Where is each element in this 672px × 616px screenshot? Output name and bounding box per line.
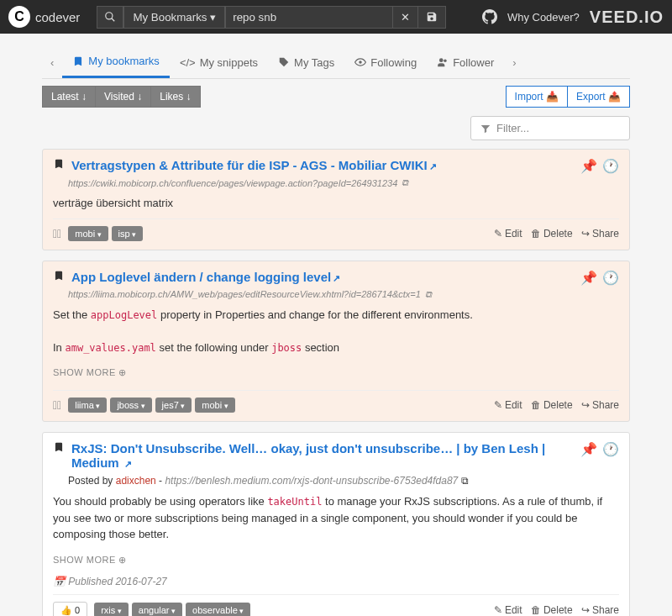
card-description: verträge übersicht matrix bbox=[53, 195, 619, 212]
card-title-link[interactable]: Vertragstypen & Attribute für die ISP - … bbox=[71, 158, 428, 172]
card-description: Set the appLogLevel property in Properti… bbox=[53, 307, 619, 356]
bookmark-card: RxJS: Don't Unsubscribe. Well… okay, jus… bbox=[42, 432, 630, 616]
sort-latest[interactable]: Latest ↓ bbox=[42, 86, 96, 108]
copy-icon[interactable]: ⧉ bbox=[402, 177, 408, 188]
bookmark-card: App Loglevel ändern / change logging lev… bbox=[42, 261, 630, 423]
filter-input[interactable]: Filter... bbox=[470, 116, 630, 140]
edit-button[interactable]: ✎ Edit bbox=[494, 228, 522, 240]
bookmark-icon bbox=[53, 158, 65, 170]
published-date: 📅 Published 2016-07-27 bbox=[53, 576, 619, 587]
tag[interactable]: mobi bbox=[68, 226, 108, 241]
card-title-link[interactable]: RxJS: Don't Unsubscribe. Well… okay, jus… bbox=[71, 441, 545, 470]
import-button[interactable]: Import 📥 bbox=[506, 86, 568, 108]
tab-bar: ‹ My bookmarks </>My snippets My Tags Fo… bbox=[42, 46, 630, 79]
svg-point-4 bbox=[444, 60, 447, 63]
show-more-button[interactable]: SHOW MORE ⊕ bbox=[53, 362, 619, 383]
tag[interactable]: rxis bbox=[94, 603, 129, 616]
external-link-icon: ↗ bbox=[429, 161, 437, 171]
sort-visited[interactable]: Visited ↓ bbox=[96, 86, 151, 108]
pin-icon[interactable]: 📌 bbox=[580, 158, 597, 174]
brand-name: codever bbox=[35, 10, 80, 24]
edit-button[interactable]: ✎ Edit bbox=[494, 604, 522, 616]
tag[interactable]: jes7 bbox=[155, 398, 192, 413]
delete-button[interactable]: 🗑 Delete bbox=[531, 228, 573, 240]
sort-likes[interactable]: Likes ↓ bbox=[151, 86, 200, 108]
clock-icon[interactable]: 🕐 bbox=[602, 270, 619, 286]
tag[interactable]: observable bbox=[186, 603, 250, 616]
show-more-button[interactable]: SHOW MORE ⊕ bbox=[53, 550, 619, 571]
tag[interactable]: liima bbox=[68, 398, 107, 413]
clock-icon[interactable]: 🕐 bbox=[602, 158, 619, 174]
external-link-icon: ↗ bbox=[124, 459, 132, 469]
why-link[interactable]: Why Codever? bbox=[507, 11, 580, 24]
bookmark-icon bbox=[53, 270, 65, 282]
private-icon: 👁⃠ bbox=[53, 398, 61, 412]
tab-my-bookmarks[interactable]: My bookmarks bbox=[62, 46, 170, 78]
top-bar: C codever My Bookmarks ▾ ✕ Why Codever? … bbox=[0, 0, 672, 34]
posted-by: Posted by adixchen - https://benlesh.med… bbox=[68, 475, 619, 487]
bookmark-icon bbox=[53, 441, 65, 453]
card-url: https://cwiki.mobicorp.ch/confluence/pag… bbox=[68, 178, 397, 188]
search-scope-dropdown[interactable]: My Bookmarks ▾ bbox=[123, 6, 225, 29]
card-url: https://liima.mobicorp.ch/AMW_web/pages/… bbox=[68, 289, 421, 299]
search-icon[interactable] bbox=[97, 6, 123, 29]
tag[interactable]: mobi bbox=[195, 398, 234, 413]
filter-icon bbox=[480, 123, 491, 134]
tag[interactable]: angular bbox=[132, 603, 182, 616]
tabs-next-icon[interactable]: › bbox=[504, 50, 524, 76]
svg-point-3 bbox=[439, 58, 444, 62]
card-description: You should probably be using operators l… bbox=[53, 493, 619, 543]
tabs-prev-icon[interactable]: ‹ bbox=[42, 50, 62, 76]
tab-following[interactable]: Following bbox=[344, 48, 427, 77]
delete-button[interactable]: 🗑 Delete bbox=[531, 604, 573, 616]
pin-icon[interactable]: 📌 bbox=[580, 441, 597, 457]
bookmark-card: Vertragstypen & Attribute für die ISP - … bbox=[42, 149, 630, 250]
tab-my-snippets[interactable]: </>My snippets bbox=[170, 48, 268, 77]
tag[interactable]: jboss bbox=[110, 398, 151, 413]
search-input[interactable] bbox=[225, 6, 393, 29]
svg-point-0 bbox=[106, 12, 113, 18]
tab-my-tags[interactable]: My Tags bbox=[268, 48, 344, 77]
svg-point-2 bbox=[359, 61, 362, 64]
edit-button[interactable]: ✎ Edit bbox=[494, 399, 522, 411]
veed-watermark: VEED.IO bbox=[590, 8, 664, 27]
save-search-icon[interactable] bbox=[417, 6, 446, 29]
private-icon: 👁⃠ bbox=[53, 227, 61, 240]
delete-button[interactable]: 🗑 Delete bbox=[531, 399, 573, 411]
clock-icon[interactable]: 🕐 bbox=[602, 441, 619, 457]
pin-icon[interactable]: 📌 bbox=[580, 270, 597, 286]
share-button[interactable]: ↪ Share bbox=[581, 228, 619, 240]
copy-icon[interactable]: ⧉ bbox=[425, 289, 432, 300]
external-link-icon: ↗ bbox=[333, 273, 340, 283]
logo-icon: C bbox=[8, 6, 30, 28]
share-button[interactable]: ↪ Share bbox=[581, 399, 619, 411]
github-icon[interactable] bbox=[482, 9, 497, 25]
card-title-link[interactable]: App Loglevel ändern / change logging lev… bbox=[71, 270, 331, 284]
author-link[interactable]: adixchen bbox=[116, 475, 156, 487]
tab-followers[interactable]: Follower bbox=[427, 48, 504, 77]
clear-search-icon[interactable]: ✕ bbox=[392, 6, 418, 29]
tag[interactable]: isp bbox=[112, 226, 144, 241]
svg-line-1 bbox=[112, 18, 115, 21]
export-button[interactable]: Export 📤 bbox=[567, 86, 630, 108]
copy-icon[interactable]: ⧉ bbox=[461, 475, 469, 487]
share-button[interactable]: ↪ Share bbox=[581, 604, 619, 616]
like-button[interactable]: 👍 0 bbox=[53, 602, 87, 617]
